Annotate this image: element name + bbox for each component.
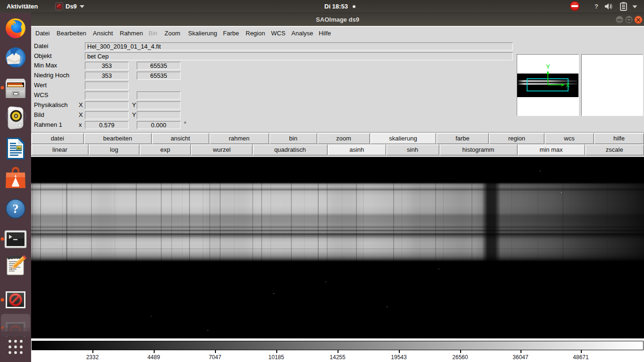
svg-text:?: ? (12, 202, 19, 216)
svg-text:X: X (566, 82, 570, 89)
svg-text:Y: Y (546, 63, 550, 70)
